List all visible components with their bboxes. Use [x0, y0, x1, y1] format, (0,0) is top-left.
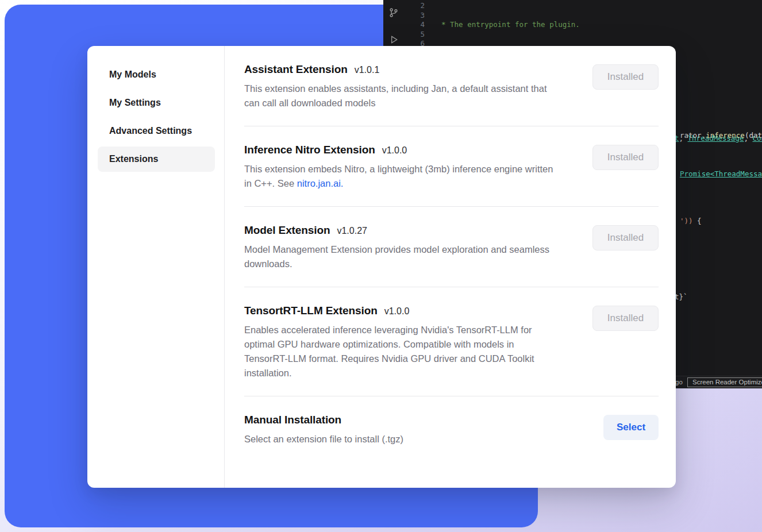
line-numbers: 2 3 4 5 6 — [404, 1, 425, 49]
description-text: This extension embeds Nitro, a lightweig… — [244, 164, 553, 188]
string-token: ')) — [680, 217, 693, 225]
code-fragment: t}` — [675, 292, 688, 302]
line-number: 5 — [404, 30, 425, 40]
line-number: 2 — [404, 1, 425, 11]
extension-description: Model Management Extension provides mode… — [244, 242, 557, 271]
function-token: inference — [706, 131, 745, 140]
extension-version: v1.0.1 — [355, 65, 380, 75]
extension-version: v1.0.27 — [337, 226, 367, 236]
select-file-button[interactable]: Select — [603, 415, 659, 440]
extension-title: TensortRT-LLM Extension v1.0.0 — [244, 304, 557, 317]
extension-title: Assistant Extension v1.0.1 — [244, 63, 557, 76]
code-fragment: Promise<ThreadMessage> — [680, 169, 762, 179]
manual-installation-name: Manual Installation — [244, 414, 341, 426]
extension-row-model: Model Extension v1.0.27 Model Management… — [244, 207, 659, 287]
code-text: (data)); — [745, 131, 762, 140]
run-debug-icon — [388, 34, 399, 45]
extensions-panel: Assistant Extension v1.0.1 This extensio… — [225, 46, 676, 488]
extension-title: Model Extension v1.0.27 — [244, 224, 557, 237]
installed-button[interactable]: Installed — [592, 225, 659, 250]
installed-button[interactable]: Installed — [592, 64, 659, 90]
sidebar-item-advanced-settings[interactable]: Advanced Settings — [98, 118, 215, 144]
code-fragment: ')) { — [680, 217, 702, 226]
manual-installation-row: Manual Installation Select an extension … — [244, 396, 659, 462]
extension-version: v1.0.0 — [382, 145, 407, 156]
code-text: { — [693, 217, 702, 225]
settings-modal: My Models My Settings Advanced Settings … — [87, 46, 676, 488]
code-fragment: rator.inference(data)); — [680, 131, 762, 141]
code-text: rator. — [680, 131, 706, 140]
extension-info: Assistant Extension v1.0.1 This extensio… — [244, 63, 557, 110]
manual-installation-title: Manual Installation — [244, 414, 403, 426]
extension-info: Inference Nitro Extension v1.0.0 This ex… — [244, 144, 557, 191]
extension-name: Inference Nitro Extension — [244, 144, 375, 156]
sidebar-item-extensions[interactable]: Extensions — [98, 147, 215, 172]
extension-row-nitro: Inference Nitro Extension v1.0.0 This ex… — [244, 126, 659, 207]
nitro-jan-ai-link[interactable]: nitro.jan.ai. — [297, 178, 344, 188]
extension-row-assistant: Assistant Extension v1.0.1 This extensio… — [244, 46, 659, 126]
status-item: go — [675, 379, 683, 385]
extension-info: Model Extension v1.0.27 Model Management… — [244, 224, 557, 271]
line-number: 4 — [404, 20, 425, 30]
manual-installation-info: Manual Installation Select an extension … — [244, 414, 403, 446]
screen-reader-status-badge: Screen Reader Optimized — [687, 377, 762, 387]
sidebar-item-my-settings[interactable]: My Settings — [98, 90, 215, 115]
installed-button[interactable]: Installed — [592, 306, 659, 331]
source-control-icon — [388, 7, 399, 18]
extension-description: This extension embeds Nitro, a lightweig… — [244, 162, 557, 191]
extension-version: v1.0.0 — [384, 306, 410, 317]
installed-button[interactable]: Installed — [592, 145, 659, 170]
extension-info: TensortRT-LLM Extension v1.0.0 Enables a… — [244, 304, 557, 380]
extension-description: This extension enables assistants, inclu… — [244, 82, 557, 110]
manual-installation-description: Select an extension file to install (.tg… — [244, 432, 403, 446]
extension-title: Inference Nitro Extension v1.0.0 — [244, 144, 557, 156]
line-number: 3 — [404, 11, 425, 21]
code-line-comment: * The entrypoint for the plugin. — [437, 20, 762, 30]
extension-name: TensortRT-LLM Extension — [244, 304, 378, 317]
settings-sidebar: My Models My Settings Advanced Settings … — [87, 46, 225, 488]
extension-name: Assistant Extension — [244, 63, 348, 76]
sidebar-item-my-models[interactable]: My Models — [98, 62, 215, 87]
extension-row-tensorrt: TensortRT-LLM Extension v1.0.0 Enables a… — [244, 287, 659, 396]
extension-description: Enables accelerated inference leveraging… — [244, 323, 557, 380]
extension-name: Model Extension — [244, 224, 330, 237]
